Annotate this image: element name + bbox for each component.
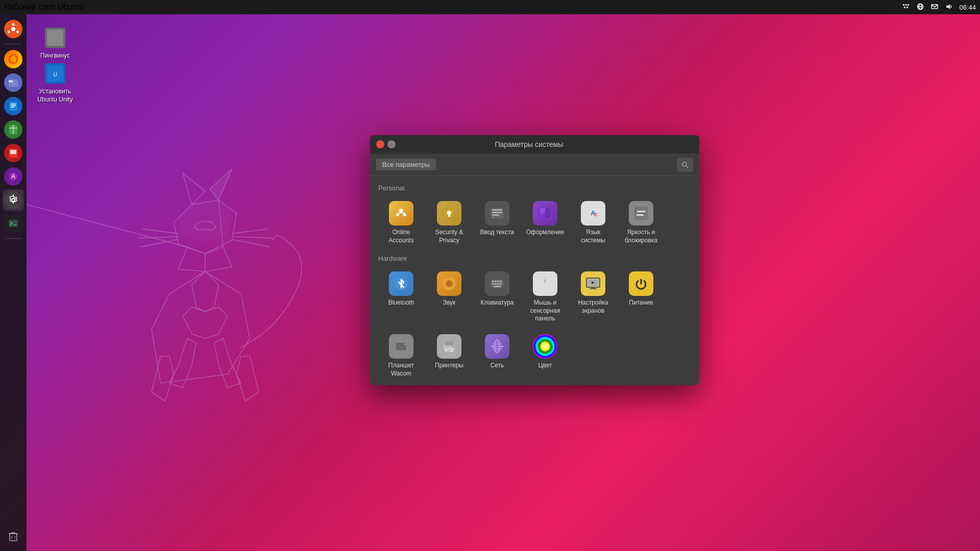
- topbar: Рабочий стол Ubuntu 06:44: [0, 0, 980, 14]
- display-icon: [581, 271, 605, 296]
- clock[interactable]: 06:44: [959, 4, 976, 11]
- svg-rect-82: [636, 214, 644, 216]
- settings-item-brightness[interactable]: Яркость иблокировка: [618, 196, 664, 248]
- svg-rect-93: [500, 281, 502, 282]
- settings-content: Personal OnlineAccounts: [370, 176, 699, 385]
- language-icon: A 字: [581, 201, 605, 226]
- appearance-icon: [533, 201, 557, 226]
- svg-point-13: [8, 31, 10, 33]
- text-input-icon: [485, 201, 509, 226]
- svg-line-45: [232, 239, 270, 247]
- svg-rect-74: [492, 214, 499, 216]
- svg-line-63: [687, 166, 689, 168]
- settings-item-language[interactable]: A 字 Языксистемы: [570, 196, 616, 248]
- web-tray-icon[interactable]: [916, 3, 924, 12]
- svg-marker-47: [183, 307, 228, 338]
- dock-item-terminal[interactable]: [3, 213, 24, 234]
- svg-marker-49: [214, 338, 241, 387]
- dock-separator-1: [5, 44, 21, 44]
- dock-item-calc[interactable]: [3, 119, 24, 140]
- settings-item-network[interactable]: Сеть: [474, 329, 520, 382]
- svg-point-109: [404, 343, 406, 345]
- brightness-label: Яркость иблокировка: [625, 229, 657, 244]
- dock-item-files[interactable]: [3, 72, 24, 93]
- settings-item-wacom[interactable]: ПланшетWacom: [378, 329, 424, 382]
- dock-item-trash[interactable]: [3, 525, 24, 547]
- settings-item-display[interactable]: Настройкаэкранов: [570, 266, 616, 327]
- settings-item-security[interactable]: Security &Privacy: [426, 196, 472, 248]
- svg-rect-73: [492, 212, 502, 213]
- printers-icon: [437, 334, 461, 359]
- svg-line-40: [143, 229, 179, 234]
- dock-item-home[interactable]: [3, 18, 24, 40]
- settings-item-printers[interactable]: Принтеры: [426, 329, 472, 382]
- desktop-icon-install-unity[interactable]: U УстановитьUbuntu Unity: [35, 61, 76, 104]
- sound-icon: [437, 271, 461, 296]
- color-icon: [533, 334, 557, 359]
- settings-item-sound[interactable]: Звук: [426, 266, 472, 327]
- dock: A: [0, 14, 27, 551]
- appearance-label: Оформление: [526, 229, 564, 237]
- settings-item-online-accounts[interactable]: OnlineAccounts: [378, 196, 424, 248]
- settings-item-appearance[interactable]: Оформление: [522, 196, 568, 248]
- svg-marker-9: [946, 4, 950, 9]
- network-icon: [485, 334, 509, 359]
- wacom-label: ПланшетWacom: [388, 362, 414, 378]
- text-input-label: Ввод текста: [480, 229, 514, 237]
- svg-rect-80: [634, 207, 648, 220]
- settings-item-power[interactable]: Питание: [618, 266, 664, 327]
- dock-item-impress[interactable]: [3, 142, 24, 164]
- svg-rect-16: [9, 81, 13, 82]
- settings-item-keyboard[interactable]: Клавиатура: [474, 266, 520, 327]
- svg-rect-17: [9, 102, 17, 111]
- desktop: Рабочий стол Ubuntu 06:44: [0, 0, 980, 551]
- close-button[interactable]: ✕: [376, 140, 384, 148]
- back-button[interactable]: Все параметры: [376, 159, 436, 170]
- window-title: Параметры системы: [396, 140, 663, 148]
- mail-tray-icon[interactable]: [930, 3, 939, 12]
- desktop-icon-pingvinus[interactable]: Пингвинус: [35, 26, 76, 60]
- settings-item-text-input[interactable]: Ввод текста: [474, 196, 520, 248]
- bluetooth-icon: [389, 271, 413, 296]
- cat-illustration: [27, 14, 384, 551]
- svg-rect-96: [497, 283, 499, 285]
- svg-rect-95: [495, 283, 497, 285]
- section-hardware-label: Hardware: [378, 255, 691, 262]
- svg-rect-111: [445, 342, 453, 345]
- network-tray-icon[interactable]: [902, 3, 910, 12]
- svg-rect-98: [494, 286, 501, 287]
- svg-text:U: U: [53, 72, 57, 78]
- svg-rect-90: [492, 281, 494, 282]
- keyboard-label: Клавиатура: [481, 299, 514, 307]
- desktop-icon-pingvinus-label: Пингвинус: [40, 52, 70, 60]
- power-icon: [629, 271, 653, 296]
- wacom-icon: [389, 334, 413, 359]
- settings-item-color[interactable]: Цвет: [522, 329, 568, 382]
- sound-label: Звук: [443, 299, 456, 307]
- settings-item-mouse[interactable]: Мышь исенсорнаяпанель: [522, 266, 568, 327]
- section-personal-label: Personal: [378, 184, 691, 192]
- minimize-button[interactable]: –: [387, 140, 396, 148]
- topbar-title: Рабочий стол Ubuntu: [4, 3, 84, 12]
- dock-item-appcenter[interactable]: A: [3, 166, 24, 187]
- online-accounts-label: OnlineAccounts: [388, 229, 413, 244]
- dock-item-writer[interactable]: [3, 95, 24, 117]
- svg-rect-0: [903, 4, 904, 6]
- svg-rect-94: [492, 283, 494, 285]
- svg-marker-56: [179, 200, 232, 242]
- volume-tray-icon[interactable]: [945, 3, 953, 12]
- dock-separator-2: [5, 238, 21, 239]
- svg-point-65: [396, 213, 399, 216]
- search-box[interactable]: [677, 158, 693, 172]
- svg-point-64: [399, 209, 403, 213]
- dock-item-firefox[interactable]: [3, 48, 24, 70]
- settings-item-bluetooth[interactable]: Bluetooth: [378, 266, 424, 327]
- svg-line-53: [27, 205, 187, 247]
- svg-line-43: [232, 229, 268, 234]
- svg-point-66: [403, 213, 406, 216]
- settings-window: ✕ – Параметры системы Все параметры Pers…: [370, 135, 699, 385]
- security-label: Security &Privacy: [435, 229, 463, 244]
- dock-item-settings[interactable]: [3, 189, 24, 211]
- svg-rect-1: [905, 4, 907, 6]
- svg-rect-4: [906, 7, 908, 8]
